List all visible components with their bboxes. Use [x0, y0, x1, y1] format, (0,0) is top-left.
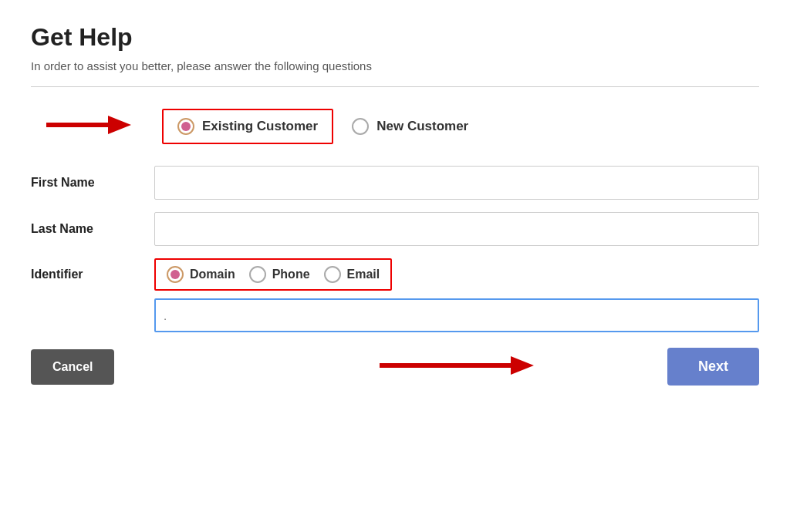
cancel-button[interactable]: Cancel [31, 349, 114, 385]
existing-customer-label: Existing Customer [202, 119, 318, 134]
identifier-email-radio[interactable] [324, 266, 341, 283]
identifier-email-label: Email [347, 268, 380, 281]
customer-type-row: Existing Customer New Customer [31, 109, 759, 144]
first-name-input[interactable] [154, 166, 759, 200]
identifier-options: Domain Phone Email [154, 258, 392, 291]
domain-input[interactable] [154, 298, 759, 332]
divider [31, 86, 759, 87]
identifier-row: Identifier Domain Phone Email [31, 258, 759, 291]
existing-customer-option[interactable]: Existing Customer [162, 109, 333, 144]
next-button[interactable]: Next [667, 348, 759, 386]
existing-customer-radio[interactable] [177, 118, 194, 135]
svg-marker-3 [511, 356, 534, 375]
existing-customer-radio-dot [181, 122, 191, 131]
identifier-phone-radio[interactable] [249, 266, 266, 283]
identifier-domain-radio-dot [170, 270, 180, 279]
last-name-label: Last Name [31, 222, 154, 236]
identifier-email-option[interactable]: Email [324, 266, 380, 283]
new-customer-label: New Customer [376, 119, 468, 134]
identifier-label: Identifier [31, 268, 154, 281]
domain-input-row [31, 298, 759, 332]
arrow-next-button [380, 350, 534, 384]
svg-marker-1 [108, 116, 131, 134]
identifier-domain-option[interactable]: Domain [167, 266, 235, 283]
identifier-domain-label: Domain [190, 268, 235, 281]
last-name-input[interactable] [154, 212, 759, 246]
page-subtitle: In order to assist you better, please an… [31, 59, 759, 72]
new-customer-option[interactable]: New Customer [352, 118, 468, 135]
customer-type-options: Existing Customer New Customer [162, 109, 468, 144]
identifier-phone-label: Phone [272, 268, 310, 281]
new-customer-radio[interactable] [352, 118, 369, 135]
arrow-existing-customer [46, 109, 131, 143]
identifier-domain-radio[interactable] [167, 266, 184, 283]
first-name-row: First Name [31, 166, 759, 200]
identifier-phone-option[interactable]: Phone [249, 266, 310, 283]
get-help-dialog: Get Help In order to assist you better, … [0, 0, 790, 532]
page-title: Get Help [31, 23, 759, 52]
footer: Cancel Next [31, 348, 759, 386]
first-name-label: First Name [31, 176, 154, 190]
last-name-row: Last Name [31, 212, 759, 246]
